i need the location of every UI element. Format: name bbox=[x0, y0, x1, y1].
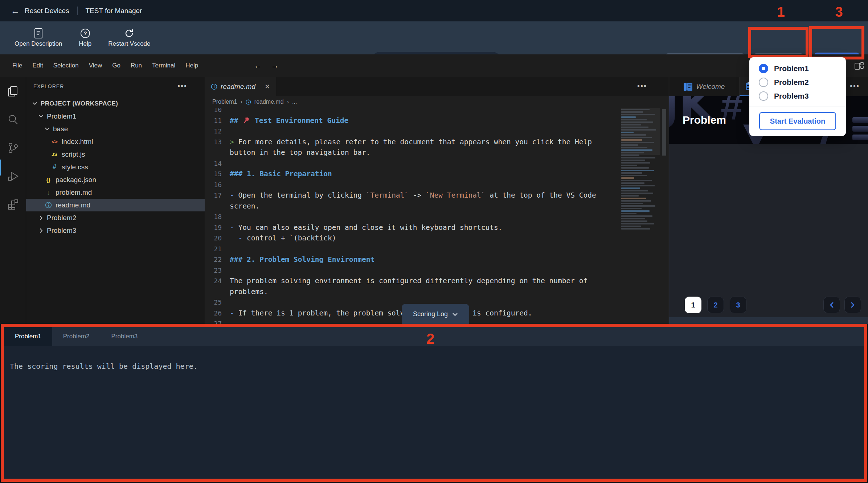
minimap[interactable] bbox=[621, 109, 660, 231]
banner-decoration bbox=[852, 117, 868, 123]
scoring-tab-problem1[interactable]: Problem1 bbox=[4, 327, 52, 346]
editor-scrollbar[interactable] bbox=[662, 109, 666, 156]
nav-forward-icon[interactable]: → bbox=[271, 61, 279, 70]
banner-decoration bbox=[852, 135, 868, 140]
editor-line[interactable]: 15### 1. Basic Preparation bbox=[205, 169, 619, 179]
tree-item-problem2[interactable]: Problem2 bbox=[26, 211, 205, 224]
explorer-sidebar: EXPLORER ••• PROJECT (WORKSPACE)Problem1… bbox=[26, 77, 205, 324]
vscode-titlebar: FileEditSelectionViewGoRunTerminalHelp ←… bbox=[0, 54, 868, 77]
page-button-2[interactable]: 2 bbox=[707, 297, 724, 313]
editor-line[interactable]: 19- You can also easily open and close i… bbox=[205, 222, 619, 233]
chevron-down-icon bbox=[32, 102, 38, 105]
tree-item-problem-md[interactable]: ↓problem.md bbox=[26, 186, 205, 199]
page-button-1[interactable]: 1 bbox=[685, 297, 701, 313]
scoring-tab-problem2[interactable]: Problem2 bbox=[52, 327, 101, 346]
problem-banner-title: Problem bbox=[683, 114, 726, 126]
tree-item-project-workspace-[interactable]: PROJECT (WORKSPACE) bbox=[26, 97, 205, 110]
menu-selection[interactable]: Selection bbox=[48, 62, 84, 69]
menu-go[interactable]: Go bbox=[107, 62, 126, 69]
reset-devices-link[interactable]: Reset Devices bbox=[25, 7, 69, 15]
editor-line[interactable]: problems. bbox=[205, 286, 619, 297]
dropdown-option-problem2[interactable]: Problem2 bbox=[749, 75, 846, 89]
menu-view[interactable]: View bbox=[84, 62, 107, 69]
tree-item-base[interactable]: base bbox=[26, 123, 205, 135]
editor-line[interactable]: 11## Test Environment Guide bbox=[205, 115, 619, 126]
editor-line[interactable]: 18 bbox=[205, 211, 619, 222]
tree-item-style-css[interactable]: #style.css bbox=[26, 161, 205, 173]
menu-file[interactable]: File bbox=[7, 62, 27, 69]
radio-icon[interactable] bbox=[759, 78, 768, 87]
editor-line[interactable]: 13> For more details, please refer to th… bbox=[205, 137, 619, 148]
chevron-down-icon bbox=[452, 313, 458, 316]
radio-icon[interactable] bbox=[759, 91, 768, 101]
app-toolbar: Open Description ? Help Restart Vscode T… bbox=[0, 21, 868, 54]
activity-bar bbox=[0, 77, 26, 324]
topbar-divider bbox=[77, 7, 78, 15]
scoring-log-button[interactable]: Scoring Log bbox=[402, 304, 469, 325]
radio-icon[interactable] bbox=[759, 64, 768, 73]
open-description-button[interactable]: Open Description bbox=[15, 28, 62, 48]
editor-line[interactable]: 12 bbox=[205, 126, 619, 137]
annotation-number-1: 1 bbox=[772, 4, 790, 20]
run-debug-icon[interactable] bbox=[4, 168, 22, 185]
tree-item-index-html[interactable]: <>index.html bbox=[26, 135, 205, 148]
menu-edit[interactable]: Edit bbox=[27, 62, 48, 69]
restart-icon bbox=[124, 28, 134, 38]
editor-line[interactable]: 23 bbox=[205, 265, 619, 276]
scoring-placeholder-text: The scoring results will be displayed he… bbox=[10, 362, 198, 371]
editor-line[interactable]: 16 bbox=[205, 179, 619, 190]
start-evaluation-button[interactable]: Start Evaluation bbox=[759, 112, 836, 130]
menu-help[interactable]: Help bbox=[180, 62, 203, 69]
tab-readme[interactable]: readme.md ✕ bbox=[205, 77, 276, 96]
explorer-more-icon[interactable]: ••• bbox=[177, 82, 187, 90]
tab-welcome[interactable]: Welcome bbox=[669, 77, 740, 96]
editor-line[interactable]: button in the top navigation bar. bbox=[205, 147, 619, 158]
scoring-panel: Problem1Problem2Problem3 The scoring res… bbox=[4, 327, 865, 479]
back-arrow-icon[interactable]: ← bbox=[11, 6, 20, 16]
tree-item-package-json[interactable]: {}package.json bbox=[26, 173, 205, 186]
nav-back-icon[interactable]: ← bbox=[254, 61, 262, 70]
tree-item-problem1[interactable]: Problem1 bbox=[26, 110, 205, 123]
editor-pane[interactable]: 1011## Test Environment Guide1213> For m… bbox=[205, 108, 669, 324]
dropdown-option-problem1[interactable]: Problem1 bbox=[749, 62, 846, 75]
svg-text:?: ? bbox=[83, 30, 87, 36]
editor-line[interactable]: 20 - control + `(backtick) bbox=[205, 233, 619, 244]
editor-line[interactable]: screen. bbox=[205, 201, 619, 212]
tree-item-script-js[interactable]: JSscript.js bbox=[26, 148, 205, 161]
page-button-3[interactable]: 3 bbox=[730, 297, 746, 313]
editor-line[interactable]: 22### 2. Problem Solving Environment bbox=[205, 254, 619, 265]
editor-line[interactable]: 24The problem solving environment is con… bbox=[205, 276, 619, 286]
editor-line[interactable]: 14 bbox=[205, 158, 619, 169]
chevron-down-icon bbox=[38, 115, 44, 118]
scoring-tab-problem3[interactable]: Problem3 bbox=[101, 327, 149, 346]
panel-more-icon[interactable]: ••• bbox=[850, 82, 860, 90]
editor-line[interactable]: 10 bbox=[205, 108, 619, 115]
menu-terminal[interactable]: Terminal bbox=[147, 62, 180, 69]
dropdown-option-problem3[interactable]: Problem3 bbox=[749, 89, 846, 103]
editor-line[interactable]: 17- Open the terminal by clicking `Termi… bbox=[205, 190, 619, 201]
breadcrumb-item[interactable]: ... bbox=[292, 99, 297, 105]
help-icon: ? bbox=[80, 28, 90, 38]
explorer-icon[interactable] bbox=[4, 83, 22, 100]
next-page-button[interactable] bbox=[844, 297, 861, 313]
editor-actions-more-icon[interactable]: ••• bbox=[637, 82, 647, 90]
tree-item-readme-md[interactable]: readme.md bbox=[26, 199, 205, 211]
welcome-tab-icon bbox=[684, 83, 692, 91]
tree-item-problem3[interactable]: Problem3 bbox=[26, 224, 205, 237]
search-view-icon[interactable] bbox=[4, 111, 22, 128]
layout-icon[interactable] bbox=[854, 61, 864, 70]
extensions-icon[interactable] bbox=[4, 196, 22, 213]
prev-page-button[interactable] bbox=[823, 297, 840, 313]
evaluate-dropdown: Problem1Problem2Problem3 Start Evaluatio… bbox=[749, 57, 846, 136]
help-button[interactable]: ? Help bbox=[79, 28, 91, 48]
source-control-icon[interactable] bbox=[4, 139, 22, 157]
breadcrumb-item[interactable]: Problem1 bbox=[212, 99, 237, 105]
page-title: TEST for Manager bbox=[86, 7, 142, 15]
editor-line[interactable]: 21 bbox=[205, 244, 619, 255]
breadcrumb-item[interactable]: readme.md bbox=[254, 99, 284, 105]
close-tab-icon[interactable]: ✕ bbox=[265, 83, 270, 91]
chevron-right-icon bbox=[38, 215, 44, 220]
restart-vscode-button[interactable]: Restart Vscode bbox=[108, 28, 150, 48]
active-view-indicator bbox=[0, 160, 1, 176]
menu-run[interactable]: Run bbox=[126, 62, 147, 69]
